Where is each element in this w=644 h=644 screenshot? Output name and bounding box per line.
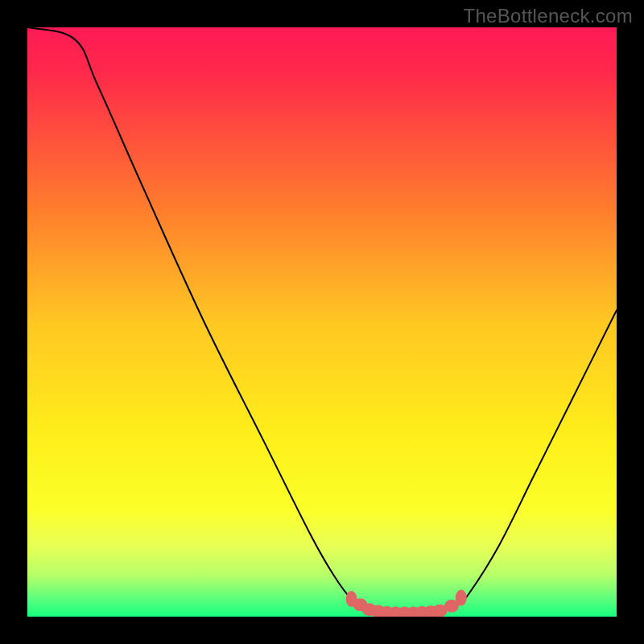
watermark-label: TheBottleneck.com (463, 5, 633, 27)
bottleneck-plot (27, 27, 617, 617)
highlight-dot (456, 590, 467, 606)
gradient-background (27, 27, 617, 617)
chart-frame: TheBottleneck.com (0, 0, 644, 644)
